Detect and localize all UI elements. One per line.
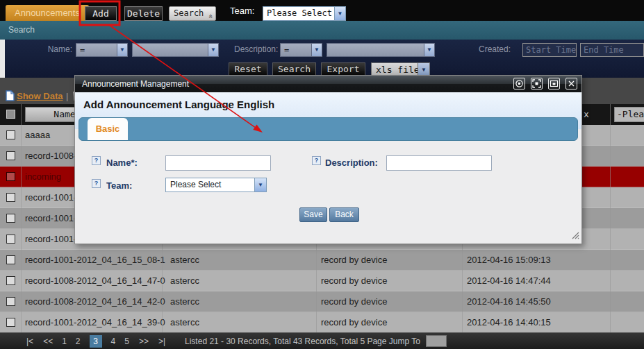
dropdown-arrow-icon: ▼ xyxy=(311,44,322,56)
cell-created: 2012-04-16 14:47:44 xyxy=(467,275,551,286)
delete-button[interactable]: Delete xyxy=(124,6,163,21)
export-button[interactable]: Export xyxy=(321,62,365,76)
row-checkbox[interactable] xyxy=(6,318,15,327)
cell-team: astercc xyxy=(170,296,199,307)
page-button-2[interactable]: 2 xyxy=(76,337,81,346)
page-button-4[interactable]: 4 xyxy=(111,337,116,346)
search-section-header[interactable]: Search xyxy=(0,21,644,40)
team-field-select[interactable]: Please Select ▼ xyxy=(165,178,267,192)
name-field-input[interactable] xyxy=(165,155,271,171)
search-collapse-combo[interactable]: Search « xyxy=(169,6,216,21)
page-button-5[interactable]: 5 xyxy=(124,337,129,346)
column-header-x[interactable]: x xyxy=(584,109,589,119)
cell-team: astercc xyxy=(170,255,199,265)
table-row[interactable]: record-1001-2012_04_16_15_08-1 astercc r… xyxy=(0,250,644,271)
cell-team: astercc xyxy=(170,275,199,286)
cell-description: record by device xyxy=(321,255,387,265)
help-icon[interactable]: ? xyxy=(92,179,101,188)
close-icon[interactable] xyxy=(565,78,577,90)
cell-name: record-1001-2012_04_16_15_08-1 xyxy=(25,255,165,265)
cell-name: record-1001- xyxy=(25,213,76,223)
table-row[interactable]: record-1001-2012_04_16_14_39-0 astercc r… xyxy=(0,312,644,333)
first-page-button[interactable]: |< xyxy=(26,337,33,346)
filter-created-label: Created: xyxy=(479,44,511,54)
search-button[interactable]: Search xyxy=(272,62,316,76)
table-row[interactable]: record-1008-2012_04_16_14_42-0 astercc r… xyxy=(0,291,644,312)
row-checkbox[interactable] xyxy=(6,276,15,285)
page-button-3-current[interactable]: 3 xyxy=(90,335,102,348)
dialog-heading: Add Announcement Language English xyxy=(83,99,274,110)
row-checkbox[interactable] xyxy=(6,193,15,202)
row-checkbox[interactable] xyxy=(6,130,15,139)
team-label: Team: xyxy=(230,6,254,16)
cell-team: astercc xyxy=(170,317,199,327)
add-button[interactable]: Add xyxy=(85,6,117,21)
document-icon xyxy=(6,90,15,103)
prev-page-button[interactable]: << xyxy=(43,337,53,346)
dropdown-arrow-icon: ▼ xyxy=(208,44,218,56)
tab-announcements[interactable]: Announcements xyxy=(6,5,89,21)
export-format-value: xls file xyxy=(376,65,420,75)
description-field-label: Description: xyxy=(325,158,378,168)
dialog-titlebar[interactable]: Announcement Management xyxy=(75,76,581,92)
cell-description: record by device xyxy=(321,275,387,286)
row-checkbox[interactable] xyxy=(6,235,15,244)
description-value-select[interactable]: ▼ xyxy=(327,43,435,57)
start-time-input[interactable] xyxy=(522,43,577,57)
top-toolbar: Announcements Add Delete Search « Team: … xyxy=(0,0,644,21)
cell-name: incoming xyxy=(25,171,61,182)
end-time-input[interactable] xyxy=(580,43,644,57)
save-button[interactable]: Save xyxy=(299,207,327,222)
jump-to-input[interactable] xyxy=(426,335,447,347)
resize-handle-icon[interactable] xyxy=(572,231,579,241)
cell-created: 2012-04-16 15:09:13 xyxy=(467,255,551,265)
show-data-link[interactable]: Show Data xyxy=(17,91,63,101)
dialog-title: Announcement Management xyxy=(82,79,189,89)
cell-description: record by device xyxy=(321,317,387,327)
rollup-icon[interactable] xyxy=(513,78,525,90)
cell-created: 2012-04-16 14:45:50 xyxy=(467,296,551,307)
filter-panel: Name: = ▼ ▼ Description: = ▼ ▼ Created: … xyxy=(5,40,644,78)
last-page-button[interactable]: >| xyxy=(158,337,165,346)
window-controls xyxy=(513,78,577,90)
description-field-input[interactable] xyxy=(386,155,492,171)
select-all-checkbox[interactable] xyxy=(6,110,15,119)
team-select[interactable]: Please Select ▼ xyxy=(263,6,346,21)
column-divider xyxy=(610,104,611,332)
table-row[interactable]: record-1008-2012_04_16_14_47-0 astercc r… xyxy=(0,271,644,291)
search-combo-label: Search xyxy=(174,8,204,18)
team-select-value: Please Select xyxy=(267,8,332,18)
reset-button[interactable]: Reset xyxy=(229,62,267,76)
row-checkbox[interactable] xyxy=(6,214,15,223)
name-field-label: Name*: xyxy=(106,158,138,168)
cell-name: record-1001-2012_04_16_14_39-0 xyxy=(25,317,165,327)
row-checkbox[interactable] xyxy=(6,255,15,264)
tab-basic[interactable]: Basic xyxy=(88,118,128,140)
column-filter-select[interactable]: -Please Select- xyxy=(614,107,644,122)
cell-created: 2012-04-16 14:40:15 xyxy=(467,317,551,327)
dialog-content-area xyxy=(75,129,581,244)
dialog-tabbar: Basic xyxy=(79,117,578,141)
row-checkbox[interactable] xyxy=(6,297,15,306)
dropdown-arrow-icon: ▼ xyxy=(254,178,266,191)
row-checkbox[interactable] xyxy=(6,172,15,181)
page-button-1[interactable]: 1 xyxy=(62,337,67,346)
name-operator-select[interactable]: = ▼ xyxy=(76,43,128,57)
next-page-button[interactable]: >> xyxy=(139,337,149,346)
team-field-label: Team: xyxy=(106,180,132,191)
name-value-select[interactable]: ▼ xyxy=(132,43,219,57)
back-button[interactable]: Back xyxy=(329,207,359,222)
description-operator-select[interactable]: = ▼ xyxy=(280,43,322,57)
cell-name: aaaaa xyxy=(25,130,50,140)
cell-name: record-1008-2012_04_16_14_42-0 xyxy=(25,296,165,307)
cell-name: record-1008-2012_04_16_14_47-0 xyxy=(25,275,165,286)
help-icon[interactable]: ? xyxy=(312,156,321,165)
pagination-bar: |< << 1 2 3 4 5 >> >| Listed 21 - 30 Rec… xyxy=(0,332,644,349)
filter-name-label: Name: xyxy=(33,44,72,54)
row-checkbox[interactable] xyxy=(6,151,15,160)
dropdown-arrow-icon: ▼ xyxy=(424,44,434,56)
name-operator-value: = xyxy=(80,45,85,55)
restore-icon[interactable] xyxy=(548,78,560,90)
help-icon[interactable]: ? xyxy=(92,156,101,165)
maximize-icon[interactable] xyxy=(531,78,543,90)
